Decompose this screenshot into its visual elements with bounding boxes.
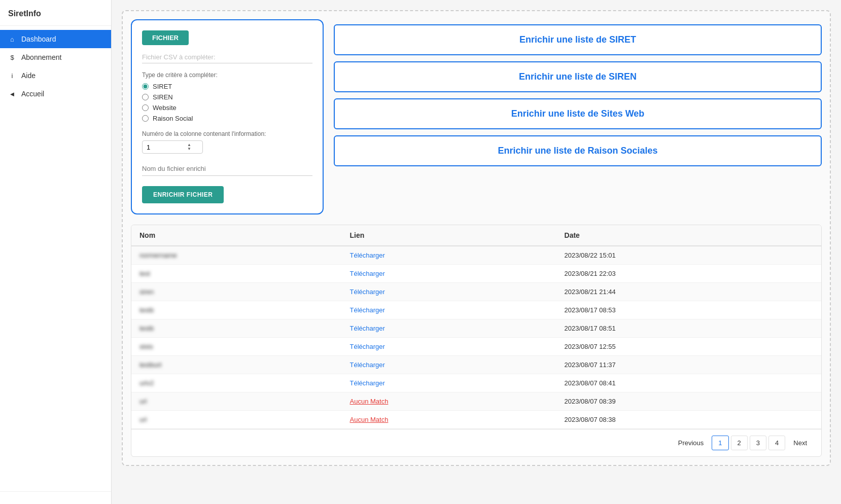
home-icon: ◄: [8, 90, 16, 98]
table-row: testburtTélécharger2023/08/07 11:37: [131, 356, 821, 374]
info-icon: i: [8, 72, 16, 80]
cell-lien[interactable]: Télécharger: [342, 246, 556, 265]
dashboard-icon: ⌂: [8, 35, 16, 43]
main-content: FICHIER Fichier CSV à compléter: Type de…: [112, 0, 841, 504]
cell-nom: ststs: [131, 338, 342, 356]
cell-date: 2023/08/07 08:41: [556, 374, 821, 392]
cell-date: 2023/08/21 22:03: [556, 265, 821, 283]
cell-nom: url: [131, 392, 342, 411]
criteria-label: Type de critère à compléter:: [142, 71, 312, 79]
sidebar-item-abonnement[interactable]: $ Abonnement: [0, 48, 111, 66]
column-input-wrap: ▲ ▼: [142, 140, 203, 154]
table-row: sirenTélécharger2023/08/21 21:44: [131, 283, 821, 301]
radio-raison-social[interactable]: Raison Social: [142, 115, 312, 122]
action-siret-button[interactable]: Enrichir une liste de SIRET: [334, 24, 822, 55]
cell-lien[interactable]: Télécharger: [342, 301, 556, 319]
cell-date: 2023/08/17 08:53: [556, 301, 821, 319]
cell-date: 2023/08/07 08:38: [556, 411, 821, 429]
sidebar-item-dashboard-label: Dashboard: [21, 35, 56, 43]
sidebar: SiretInfo ⌂ Dashboard $ Abonnement i Aid…: [0, 0, 112, 504]
enriched-name-input[interactable]: [142, 162, 312, 176]
radio-siren[interactable]: SIREN: [142, 93, 312, 101]
table-section: Nom Lien Date normernameTélécharger2023/…: [131, 225, 822, 457]
radio-website-input[interactable]: [142, 104, 149, 111]
radio-siret-label: SIRET: [153, 83, 172, 90]
cell-date: 2023/08/22 15:01: [556, 246, 821, 265]
cell-lien[interactable]: Télécharger: [342, 283, 556, 301]
cell-nom: urlv2: [131, 374, 342, 392]
table-row: normernameTélécharger2023/08/22 15:01: [131, 246, 821, 265]
sidebar-footer: [0, 491, 111, 504]
cell-date: 2023/08/07 12:55: [556, 338, 821, 356]
table-row: ststsTélécharger2023/08/07 12:55: [131, 338, 821, 356]
cell-nom: test: [131, 265, 342, 283]
cell-date: 2023/08/07 08:39: [556, 392, 821, 411]
pagination-page-4[interactable]: 4: [768, 436, 785, 450]
cell-lien[interactable]: Aucun Match: [342, 392, 556, 411]
content-wrapper: FICHIER Fichier CSV à compléter: Type de…: [122, 10, 831, 466]
pagination-next[interactable]: Next: [787, 436, 813, 450]
table-row: urlAucun Match2023/08/07 08:39: [131, 392, 821, 411]
pagination-page-1[interactable]: 1: [712, 436, 728, 450]
telecharger-link[interactable]: Télécharger: [350, 270, 385, 277]
cell-lien[interactable]: Télécharger: [342, 374, 556, 392]
telecharger-link[interactable]: Télécharger: [350, 361, 385, 369]
cell-lien[interactable]: Télécharger: [342, 356, 556, 374]
pagination-page-3[interactable]: 3: [750, 436, 766, 450]
panel-tabs: FICHIER: [142, 30, 312, 45]
action-raison-sociales-button[interactable]: Enrichir une liste de Raison Sociales: [334, 135, 822, 166]
cell-lien[interactable]: Télécharger: [342, 265, 556, 283]
sidebar-nav: ⌂ Dashboard $ Abonnement i Aide ◄ Accuei…: [0, 26, 111, 491]
tab-fichier[interactable]: FICHIER: [142, 30, 189, 45]
sidebar-item-dashboard[interactable]: ⌂ Dashboard: [0, 30, 111, 48]
cell-nom: testburt: [131, 356, 342, 374]
sidebar-item-abonnement-label: Abonnement: [21, 53, 61, 61]
radio-website[interactable]: Website: [142, 104, 312, 112]
cell-lien[interactable]: Aucun Match: [342, 411, 556, 429]
telecharger-link[interactable]: Télécharger: [350, 325, 385, 332]
sidebar-item-aide-label: Aide: [21, 71, 36, 80]
aucun-match-link[interactable]: Aucun Match: [350, 416, 389, 423]
dollar-icon: $: [8, 54, 16, 61]
action-sites-web-button[interactable]: Enrichir une liste de Sites Web: [334, 98, 822, 129]
radio-siren-label: SIREN: [153, 93, 173, 101]
col-lien: Lien: [342, 225, 556, 246]
table-row: testTélécharger2023/08/21 22:03: [131, 265, 821, 283]
pagination: Previous 1 2 3 4 Next: [131, 429, 821, 456]
col-nom: Nom: [131, 225, 342, 246]
sidebar-item-accueil[interactable]: ◄ Accueil: [0, 85, 111, 103]
telecharger-link[interactable]: Télécharger: [350, 306, 385, 314]
table-row: testbTélécharger2023/08/17 08:53: [131, 301, 821, 319]
spinner-down-icon[interactable]: ▼: [187, 147, 191, 151]
pagination-previous[interactable]: Previous: [672, 436, 710, 450]
telecharger-link[interactable]: Télécharger: [350, 343, 385, 350]
radio-siret[interactable]: SIRET: [142, 83, 312, 90]
table-row: urlv2Télécharger2023/08/07 08:41: [131, 374, 821, 392]
telecharger-link[interactable]: Télécharger: [350, 251, 385, 259]
cell-lien[interactable]: Télécharger: [342, 338, 556, 356]
radio-raison-social-input[interactable]: [142, 115, 149, 122]
column-number-input[interactable]: [147, 143, 187, 151]
radio-siren-input[interactable]: [142, 94, 149, 100]
cell-date: 2023/08/17 08:51: [556, 319, 821, 338]
aucun-match-link[interactable]: Aucun Match: [350, 398, 389, 405]
cell-nom: testb: [131, 319, 342, 338]
radio-group: SIRET SIREN Website Raison Social: [142, 83, 312, 122]
telecharger-link[interactable]: Télécharger: [350, 379, 385, 387]
cell-nom: url: [131, 411, 342, 429]
pagination-page-2[interactable]: 2: [731, 436, 748, 450]
enrich-button[interactable]: ENRICHIR FICHIER: [142, 186, 224, 203]
telecharger-link[interactable]: Télécharger: [350, 288, 385, 296]
cell-lien[interactable]: Télécharger: [342, 319, 556, 338]
cell-nom: normername: [131, 246, 342, 265]
table-row: testbTélécharger2023/08/17 08:51: [131, 319, 821, 338]
sidebar-item-accueil-label: Accueil: [21, 90, 44, 98]
column-spinner[interactable]: ▲ ▼: [187, 143, 191, 151]
cell-date: 2023/08/21 21:44: [556, 283, 821, 301]
cell-nom: testb: [131, 301, 342, 319]
col-date: Date: [556, 225, 821, 246]
upload-panel: FICHIER Fichier CSV à compléter: Type de…: [131, 19, 324, 214]
sidebar-item-aide[interactable]: i Aide: [0, 66, 111, 85]
action-siren-button[interactable]: Enrichir une liste de SIREN: [334, 61, 822, 92]
radio-siret-input[interactable]: [142, 83, 149, 90]
